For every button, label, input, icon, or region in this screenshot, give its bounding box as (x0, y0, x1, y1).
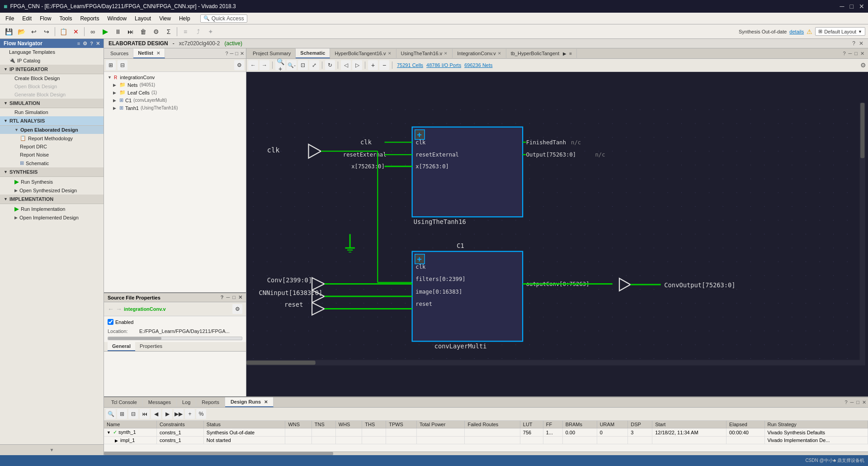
nav-section-synthesis[interactable]: ▼ SYNTHESIS (0, 167, 104, 177)
elaborated-header-close[interactable]: ✕ (859, 40, 863, 47)
sch-back-btn[interactable]: ← (248, 60, 258, 70)
synth1-expand-icon[interactable]: ▼ (107, 430, 111, 435)
new-project-button[interactable]: 💾 (3, 26, 14, 38)
bottom-maximize-icon[interactable]: □ (856, 399, 859, 405)
minimize-button[interactable]: ─ (840, 3, 844, 10)
runs-play-btn[interactable]: ▶ (162, 409, 172, 419)
integration-conv-close[interactable]: ✕ (498, 51, 501, 56)
runs-prev-btn[interactable]: ◀ (151, 409, 161, 419)
menu-file[interactable]: File (2, 14, 18, 23)
netlist-expand-btn[interactable]: ⊞ (106, 60, 116, 70)
menu-edit[interactable]: Edit (19, 14, 35, 23)
tab-sources[interactable]: Sources (106, 49, 133, 58)
menu-window[interactable]: Window (104, 14, 130, 23)
tree-item-nets[interactable]: ▶ 📁 Nets (94051) (104, 81, 246, 89)
sources-maximize-icon[interactable]: □ (235, 51, 238, 57)
export-button[interactable]: ⤴ (192, 26, 204, 38)
constraints-button[interactable]: ≡ (179, 26, 191, 38)
sch-nets-stat[interactable]: 696236 Nets (464, 62, 492, 68)
impl1-expand-icon[interactable]: ▶ (115, 438, 118, 443)
elaborated-header-help[interactable]: ? (852, 40, 855, 47)
netlist-button[interactable]: ✦ (205, 26, 217, 38)
sfp-settings-btn[interactable]: ⚙ (232, 304, 242, 314)
runs-percent-btn[interactable]: % (196, 409, 206, 419)
maximize-button[interactable]: □ (850, 3, 854, 10)
sources-minimize-icon[interactable]: ─ (230, 51, 234, 57)
tab-integration-conv-v[interactable]: IntegrationConv.v ✕ (453, 49, 506, 58)
bottom-close-icon[interactable]: ✕ (862, 399, 866, 405)
nav-item-run-synthesis[interactable]: ▶ Run Synthesis (0, 177, 104, 186)
hyperbolic-tangent16-close[interactable]: ✕ (388, 51, 392, 56)
menu-help[interactable]: Help (175, 14, 194, 23)
tab-using-the-tanh16-v[interactable]: UsingTheTanh16.v ✕ (396, 49, 453, 58)
sources-close-icon[interactable]: ✕ (240, 51, 244, 57)
reset-button[interactable]: 🗑 (137, 26, 149, 38)
tab-tcl-console[interactable]: Tcl Console (106, 398, 143, 407)
flow-nav-icon4[interactable]: ✕ (96, 41, 100, 47)
netlist-settings-btn[interactable]: ⚙ (234, 60, 244, 70)
run-button[interactable]: ▶ (99, 26, 111, 38)
sfp-enabled-checkbox[interactable]: Enabled (104, 316, 246, 328)
nav-item-open-elaborated-design[interactable]: ▼ Open Elaborated Design (0, 126, 104, 134)
sfp-tab-properties[interactable]: Properties (135, 342, 167, 351)
netlist-collapse-btn[interactable]: ⊟ (118, 60, 127, 70)
sfp-nav-back-icon[interactable]: ← (108, 305, 114, 313)
settings-button[interactable]: ⚙ (150, 26, 162, 38)
tab-tb-hyperbolic-tangent[interactable]: tb_HyperBolicTangent ▶ ≡ (506, 49, 577, 58)
flow-nav-icon1[interactable]: ≡ (77, 41, 80, 47)
sch-cells-stat[interactable]: 75291 Cells (397, 62, 423, 68)
copy-button[interactable]: 📋 (57, 26, 69, 38)
bottom-minimize-icon[interactable]: ─ (850, 399, 854, 405)
sfp-minimize-icon[interactable]: ─ (226, 295, 230, 300)
nav-section-ip-integrator[interactable]: ▼ IP INTEGRATOR (0, 65, 104, 74)
runs-expand-all-btn[interactable]: ⊞ (117, 409, 127, 419)
tree-item-tanh1[interactable]: ▶ ⊞ Tanh1 (UsingTheTanh16) (104, 104, 246, 112)
schematic-canvas[interactable]: clk + clk (246, 72, 868, 396)
menu-flow[interactable]: Flow (36, 14, 55, 23)
sfp-help-icon[interactable]: ? (221, 295, 224, 300)
synth-details-link[interactable]: details (789, 29, 804, 34)
menu-layout[interactable]: Layout (131, 14, 155, 23)
nav-item-run-implementation[interactable]: ▶ Run Implementation (0, 204, 104, 214)
schematic-maximize-icon[interactable]: □ (854, 51, 858, 56)
nav-item-open-implemented-design[interactable]: ▶ Open Implemented Design (0, 214, 104, 222)
sch-zoom-in-btn[interactable]: 🔍+ (275, 60, 285, 70)
connect-button[interactable]: ∞ (87, 26, 99, 38)
bottom-scrollbar[interactable] (104, 452, 868, 455)
sch-expand-btn[interactable]: ⤢ (309, 60, 319, 70)
flow-nav-icon2[interactable]: ⚙ (83, 41, 87, 47)
using-the-tanh16-close[interactable]: ✕ (444, 51, 448, 56)
step-button[interactable]: ⏸ (112, 26, 124, 38)
runs-first-btn[interactable]: ⏮ (140, 409, 150, 419)
sch-pan-right-btn[interactable]: ▷ (352, 60, 362, 70)
tab-hyperbolic-tangent16-v[interactable]: HyperBolicTangent16.v ✕ (330, 49, 396, 58)
sfp-close-icon[interactable]: ✕ (238, 295, 242, 300)
schematic-minimize-icon[interactable]: ─ (849, 51, 852, 56)
sfp-enabled-input[interactable] (108, 319, 113, 325)
menu-view[interactable]: View (156, 14, 175, 23)
sigma-button[interactable]: Σ (163, 26, 175, 38)
nav-section-rtl-analysis[interactable]: ▼ RTL ANALYSIS (0, 116, 104, 126)
tab-messages[interactable]: Messages (143, 398, 177, 407)
sch-refresh-btn[interactable]: ↻ (325, 60, 335, 70)
delete-button[interactable]: ✕ (70, 26, 82, 38)
restart-button[interactable]: ⏭ (125, 26, 137, 38)
table-row[interactable]: ▼ ✓ synth_1 constrs_1 Synthesis Out-of-d… (104, 428, 868, 437)
schematic-help-icon[interactable]: ? (843, 51, 845, 56)
runs-next-btn[interactable]: ▶▶ (174, 409, 184, 419)
sch-forward-btn[interactable]: → (259, 60, 269, 70)
tab-more-icon[interactable]: ▶ (563, 51, 566, 56)
nav-section-simulation[interactable]: ▼ SIMULATION (0, 99, 104, 108)
sch-minus-btn[interactable]: − (379, 60, 389, 70)
bottom-help-icon[interactable]: ? (844, 399, 847, 405)
tab-log[interactable]: Log (177, 398, 196, 407)
tree-item-integrationConv[interactable]: ▼ R integrationConv (104, 74, 246, 81)
sources-help-icon[interactable]: ? (225, 51, 228, 57)
open-project-button[interactable]: 📂 (15, 26, 27, 38)
nav-item-generate-block-design[interactable]: Generate Block Design (0, 90, 104, 99)
undo-button[interactable]: ↩ (28, 26, 40, 38)
nav-item-open-block-design[interactable]: Open Block Design (0, 82, 104, 90)
runs-add-btn[interactable]: + (185, 409, 195, 419)
runs-collapse-all-btn[interactable]: ⊟ (128, 409, 138, 419)
nav-item-language-templates[interactable]: Language Templates (0, 48, 104, 56)
